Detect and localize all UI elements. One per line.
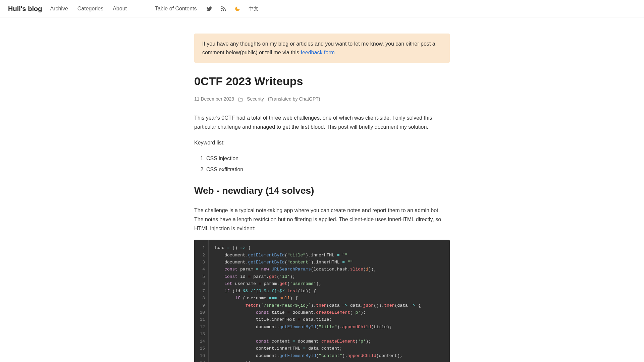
post-body: This year's 0CTF had a total of three we… [194, 113, 450, 362]
dark-mode-icon[interactable] [234, 6, 240, 12]
list-item: CSS exfiltration [206, 165, 450, 174]
keyword-label: Keyword list: [194, 138, 450, 147]
post-title: 0CTF 2023 Writeups [194, 72, 450, 90]
code-block: 12345678910111213141516171819 load = () … [194, 240, 450, 362]
line-numbers: 12345678910111213141516171819 [194, 240, 209, 362]
nav-links: Archive Categories About Table of Conten… [50, 4, 197, 13]
translated-note: (Translated by ChatGPT) [268, 95, 320, 103]
nav-icons: 中文 [206, 5, 259, 13]
post-date: 11 December 2023 [194, 95, 234, 103]
keyword-list: CSS injection CSS exfiltration [206, 154, 450, 174]
lang-toggle[interactable]: 中文 [249, 5, 259, 13]
section-heading: Web - newdiary (14 solves) [194, 183, 450, 198]
post-category[interactable]: Security [247, 95, 264, 103]
nav-categories[interactable]: Categories [77, 4, 103, 13]
nav-toc[interactable]: Table of Contents [155, 4, 197, 13]
main-content: If you have any thoughts on my blog or a… [186, 17, 458, 362]
post-meta: 11 December 2023 Security (Translated by… [194, 95, 450, 103]
rss-icon[interactable] [220, 6, 226, 12]
folder-icon [238, 97, 243, 101]
brand-link[interactable]: Huli's blog [8, 3, 42, 14]
list-item: CSS injection [206, 154, 450, 163]
nav-archive[interactable]: Archive [50, 4, 68, 13]
svg-point-0 [221, 10, 222, 11]
nav-about[interactable]: About [113, 4, 127, 13]
notice-box: If you have any thoughts on my blog or a… [194, 34, 450, 63]
intro-paragraph: This year's 0CTF had a total of three we… [194, 113, 450, 131]
navbar: Huli's blog Archive Categories About Tab… [0, 0, 644, 17]
twitter-icon[interactable] [206, 6, 212, 12]
feedback-link[interactable]: feedback form [301, 50, 334, 55]
code-content: load = () => { document.getElementById("… [209, 240, 444, 362]
section-paragraph: The challenge is a typical note-taking a… [194, 206, 450, 233]
